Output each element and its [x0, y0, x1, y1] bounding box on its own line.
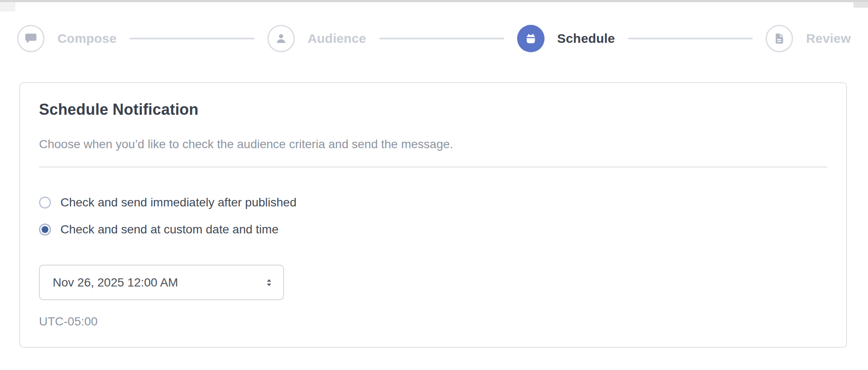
datetime-select[interactable]: Nov 26, 2025 12:00 AM [39, 265, 284, 300]
step-audience-circle [267, 25, 295, 52]
timezone-label: UTC-05:00 [39, 315, 827, 328]
radio-button[interactable] [39, 197, 51, 209]
stepper-connector [129, 38, 254, 39]
radio-send-immediately-label: Check and send immediately after publish… [60, 196, 296, 209]
radio-button[interactable] [39, 224, 51, 236]
wizard-stepper: Compose Audience Sch [0, 25, 868, 52]
datetime-select-value: Nov 26, 2025 12:00 AM [53, 276, 178, 289]
window-top-edge [0, 0, 868, 2]
step-audience[interactable]: Audience [267, 25, 366, 52]
up-down-arrows-icon [263, 277, 275, 288]
radio-send-custom-time[interactable]: Check and send at custom date and time [39, 223, 827, 236]
step-compose[interactable]: Compose [17, 25, 117, 52]
stepper-connector [628, 38, 753, 39]
step-review-label: Review [806, 31, 851, 46]
card-title: Schedule Notification [39, 101, 827, 119]
step-schedule-circle [517, 25, 545, 52]
radio-send-immediately[interactable]: Check and send immediately after publish… [39, 196, 827, 209]
step-audience-label: Audience [308, 31, 366, 46]
calendar-icon [524, 32, 538, 45]
step-compose-circle [17, 25, 45, 52]
divider [39, 167, 827, 167]
send-timing-radio-group: Check and send immediately after publish… [39, 196, 827, 236]
step-compose-label: Compose [57, 31, 117, 46]
stepper-connector [379, 38, 504, 39]
step-review-circle [766, 25, 793, 52]
step-schedule[interactable]: Schedule [517, 25, 615, 52]
step-review[interactable]: Review [766, 25, 851, 52]
step-schedule-label: Schedule [557, 31, 615, 46]
user-icon [274, 32, 288, 45]
radio-send-custom-time-label: Check and send at custom date and time [60, 223, 278, 236]
window-corner-right [853, 2, 868, 8]
radio-dot [42, 226, 48, 233]
card-subtitle: Choose when you’d like to check the audi… [39, 137, 827, 151]
radio-dot [42, 199, 48, 206]
window-corner-left [0, 2, 15, 12]
schedule-card: Schedule Notification Choose when you’d … [19, 82, 847, 348]
document-icon [772, 32, 786, 45]
chat-bubble-icon [24, 32, 38, 45]
